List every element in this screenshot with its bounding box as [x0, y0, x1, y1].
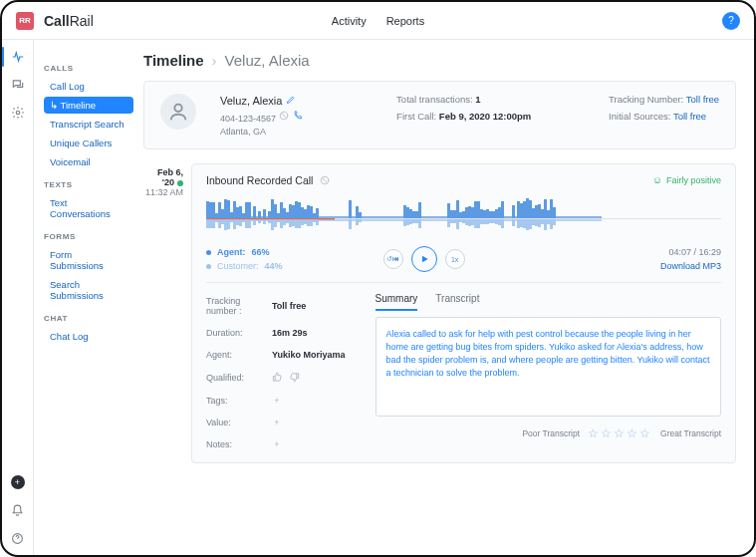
divider [206, 282, 721, 283]
call-card: Inbound Recorded Call Fairly positive Ag… [191, 163, 736, 463]
group-calls: CALLS [44, 64, 133, 73]
kv-qualified-k: Qualified: [206, 373, 264, 383]
call-status-dot-icon [177, 180, 183, 186]
nav-search-submissions[interactable]: Search Submissions [44, 276, 133, 304]
summary-tabs: Summary Transcript [376, 293, 721, 311]
breadcrumb-sep: › [212, 52, 217, 69]
main: Timeline › Veluz, Alexia Veluz, Alexia 4… [143, 40, 754, 555]
thumbs-up-icon[interactable] [272, 372, 283, 383]
contact-col-tracking: Tracking Number: Toll free Initial Sourc… [609, 94, 719, 122]
tracking-number-label: Tracking Number: [609, 94, 683, 105]
rail-notifications-icon[interactable] [11, 503, 25, 517]
tab-summary[interactable]: Summary [376, 293, 418, 311]
nav-text-conversations[interactable]: Text Conversations [44, 194, 133, 222]
contact-location: Atlanta, GA [220, 127, 303, 137]
call-options-icon[interactable] [319, 175, 330, 186]
contact-phone-row: 404-123-4567 [220, 111, 303, 124]
block-icon[interactable] [279, 111, 290, 122]
initial-sources-link[interactable]: Toll free [673, 111, 706, 122]
nav-voicemail[interactable]: Voicemail [44, 153, 133, 170]
rewind-button[interactable]: ↺⏮ [383, 249, 403, 269]
nav-chat-log[interactable]: Chat Log [44, 328, 133, 345]
kv-tags-k: Tags: [206, 396, 264, 406]
call-title: Inbound Recorded Call [206, 174, 313, 186]
rail-settings-icon[interactable] [11, 106, 25, 120]
transcript-rating: Poor Transcript ☆☆☆☆☆ Great Transcript [376, 426, 721, 440]
nav-unique-callers[interactable]: Unique Callers [44, 135, 133, 151]
contact-name-row: Veluz, Alexia [220, 94, 303, 107]
add-note-button[interactable]: + [272, 439, 282, 449]
kv-qualified-thumbs[interactable] [272, 372, 346, 383]
speed-button[interactable]: 1x [445, 249, 465, 269]
call-details: Tracking number : Toll free Duration: 16… [206, 293, 721, 452]
call-time: 11:32 AM [143, 187, 183, 197]
play-controls: ↺⏮ 1x [383, 246, 465, 272]
play-button[interactable] [411, 246, 437, 272]
contact-col-identity: Veluz, Alexia 404-123-4567 Atlanta, GA [220, 94, 303, 137]
elapsed-time: 04:07 [668, 247, 691, 257]
svg-point-0 [16, 111, 20, 115]
svg-point-2 [174, 105, 181, 112]
contact-card: Veluz, Alexia 404-123-4567 Atlanta, GA T… [143, 81, 736, 149]
speaker-legend: Agent: 66% Customer: 44% [206, 247, 283, 271]
tracking-number-link[interactable]: Toll free [686, 94, 719, 105]
customer-pct: 44% [265, 261, 283, 271]
rail-conversations-icon[interactable] [11, 78, 25, 92]
first-call-value: Feb 9, 2020 12:00pm [439, 111, 531, 122]
logo-rest: Rail [70, 13, 94, 29]
rating-poor-label: Poor Transcript [522, 428, 580, 438]
kv-duration-v: 16m 29s [272, 328, 346, 338]
summary-text: Alexia called to ask for help with pest … [376, 317, 721, 417]
topbar: RR CallRail Activity Reports ? [2, 2, 754, 40]
topnav-reports[interactable]: Reports [386, 15, 425, 27]
contact-phone: 404-123-4567 [220, 113, 276, 123]
time-column: 04:07 / 16:29 Download MP3 [660, 247, 721, 271]
rail-add-button[interactable]: + [11, 475, 25, 489]
agent-pct: 66% [252, 247, 270, 257]
breadcrumb: Timeline › Veluz, Alexia [143, 52, 736, 69]
account-avatar[interactable]: RR [16, 12, 34, 30]
sidebar: CALLS Call Log Timeline Transcript Searc… [34, 40, 143, 555]
rail-help-icon[interactable] [11, 531, 25, 545]
group-forms: FORMS [44, 232, 133, 241]
call-icon[interactable] [292, 111, 303, 122]
waveform-agent [206, 196, 721, 218]
group-chat: CHAT [44, 314, 133, 323]
contact-name: Veluz, Alexia [220, 95, 282, 107]
kv-duration-k: Duration: [206, 328, 264, 338]
breadcrumb-name: Veluz, Alexia [225, 52, 310, 69]
total-transactions-label: Total transactions: [396, 94, 473, 105]
waveform[interactable] [206, 196, 721, 240]
call-title-row: Inbound Recorded Call [206, 174, 721, 186]
topnav-activity[interactable]: Activity [332, 15, 367, 27]
nav-timeline[interactable]: Timeline [44, 97, 133, 114]
waveform-customer [206, 218, 721, 240]
customer-label: Customer: [217, 261, 259, 271]
rail-activity-icon[interactable] [11, 50, 25, 64]
add-value-button[interactable]: + [272, 418, 282, 427]
nav-call-log[interactable]: Call Log [44, 78, 133, 95]
total-time: 16:29 [698, 247, 721, 257]
kv-notes-k: Notes: [206, 439, 264, 449]
sentiment-badge: Fairly positive [652, 174, 721, 185]
rating-stars[interactable]: ☆☆☆☆☆ [588, 426, 652, 440]
breadcrumb-root[interactable]: Timeline [143, 52, 204, 69]
nav-form-submissions[interactable]: Form Submissions [44, 246, 133, 274]
tab-transcript[interactable]: Transcript [435, 293, 479, 311]
call-kv: Tracking number : Toll free Duration: 16… [206, 293, 346, 452]
help-button[interactable]: ? [722, 12, 740, 30]
agent-dot-icon [206, 250, 211, 255]
contact-col-stats: Total transactions: 1 First Call: Feb 9,… [396, 94, 531, 122]
agent-label: Agent: [217, 247, 246, 257]
edit-name-icon[interactable] [285, 94, 296, 105]
add-tag-button[interactable]: + [272, 396, 282, 406]
download-mp3-link[interactable]: Download MP3 [660, 261, 721, 271]
kv-agent-k: Agent: [206, 350, 264, 360]
nav-transcript-search[interactable]: Transcript Search [44, 116, 133, 133]
first-call-label: First Call: [396, 111, 436, 122]
logo[interactable]: CallRail [44, 13, 94, 29]
thumbs-down-icon[interactable] [289, 372, 300, 383]
total-transactions-value: 1 [475, 94, 480, 105]
summary-column: Summary Transcript Alexia called to ask … [376, 293, 721, 452]
kv-tracking-v: Toll free [272, 301, 346, 311]
